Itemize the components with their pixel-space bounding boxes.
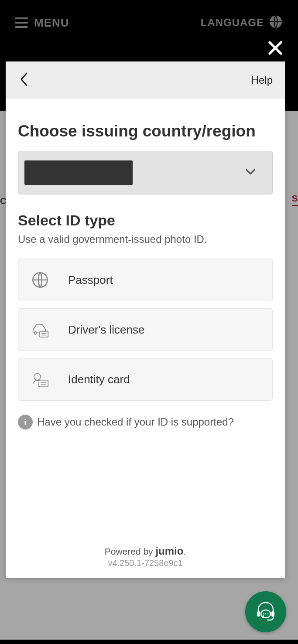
powered-prefix: Powered by [105,546,156,556]
version-text: v4.250.1-7258e9c1 [6,558,285,568]
option-identity-card-label: Identity card [68,373,130,386]
close-button[interactable] [266,38,285,58]
modal-footer: Powered by jumio. v4.250.1-7258e9c1 [6,545,285,578]
id-verification-modal: Help Choose issuing country/region Selec… [6,61,285,578]
country-title: Choose issuing country/region [18,122,273,140]
menu-button[interactable]: MENU [15,16,69,30]
menu-label: MENU [34,16,69,30]
id-type-subtitle: Use a valid government-issued photo ID. [18,233,273,245]
svg-rect-13 [257,611,260,617]
headset-chat-icon [254,599,277,624]
chat-button[interactable] [245,591,286,632]
help-link[interactable]: Help [251,74,273,86]
identity-card-icon [31,371,50,388]
powered-brand: jumio [155,545,183,557]
globe-icon [268,14,283,31]
modal-header: Help [6,61,285,99]
svg-rect-14 [271,611,274,617]
country-select[interactable] [18,151,273,194]
close-icon [266,51,285,59]
svg-point-18 [267,613,269,615]
passport-icon [31,271,50,289]
option-drivers-license[interactable]: Driver's license [18,308,273,351]
supported-ids-text: Have you checked if your ID is supported… [37,416,234,428]
drivers-license-icon [31,321,50,338]
option-passport[interactable]: Passport [18,259,273,301]
modal-body: Choose issuing country/region Select ID … [6,99,285,545]
chevron-left-icon [18,82,30,89]
bg-tab-right[interactable]: S [292,194,298,206]
chevron-down-icon [244,168,257,177]
svg-point-4 [34,332,37,334]
svg-point-9 [34,374,41,380]
svg-rect-10 [39,380,48,387]
option-identity-card[interactable]: Identity card [18,358,273,401]
info-icon: i [18,415,33,429]
back-button[interactable] [18,71,30,90]
id-type-title: Select ID type [18,212,273,229]
top-bar: MENU LANGUAGE [0,0,298,45]
option-drivers-license-label: Driver's license [68,323,144,337]
svg-point-17 [265,613,267,615]
svg-rect-6 [40,331,48,337]
language-label: LANGUAGE [201,17,264,29]
powered-by: Powered by jumio. [6,545,285,557]
svg-point-16 [263,613,264,615]
country-value-redacted [24,160,133,185]
language-button[interactable]: LANGUAGE [201,14,283,31]
bottom-strip [0,640,298,644]
option-passport-label: Passport [68,273,113,287]
supported-ids-link[interactable]: i Have you checked if your ID is support… [18,415,273,429]
hamburger-icon [15,17,28,28]
